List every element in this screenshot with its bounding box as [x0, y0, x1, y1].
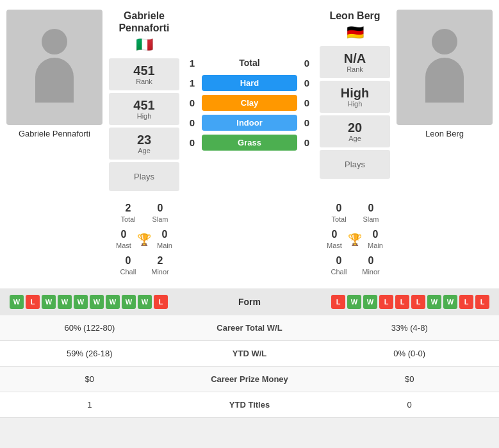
right-stats-container: Leon Berg 🇩🇪 N/A Rank High High 20 Age P…: [320, 10, 390, 194]
left-plays-box: Plays: [109, 162, 179, 191]
left-age-value: 23: [112, 133, 176, 147]
form-badge-left-w: W: [138, 295, 152, 309]
right-total-cell: 0 Total: [323, 203, 355, 224]
right-form-badges: LWWLLLWWLL: [331, 295, 489, 309]
left-total-val: 2: [126, 203, 131, 213]
stats-row-3: 1YTD Titles0: [0, 392, 499, 418]
left-avatar-silhouette: [29, 29, 80, 106]
left-slam-cell: 0 Slam: [144, 203, 176, 224]
left-form-badges: WLWWWWWWWL: [10, 295, 168, 309]
stats-right-1: 0% (0-0): [329, 349, 489, 358]
stats-label-3: YTD Titles: [170, 400, 330, 410]
right-total-lbl: Total: [331, 215, 346, 223]
left-mast-main-row: 0 Mast 🏆 0 Main: [112, 226, 176, 253]
stats-right-3: 0: [329, 400, 489, 410]
left-rank-box: 451 Rank: [109, 58, 179, 90]
total-right-score: 0: [297, 58, 316, 69]
grass-badge: Grass: [202, 135, 297, 151]
stats-row-1: 59% (26-18)YTD W/L0% (0-0): [0, 341, 499, 367]
right-mast-cell: 0 Mast: [323, 229, 346, 250]
main-container: Gabriele Pennaforti Gabriele Pennaforti …: [0, 0, 499, 418]
form-badge-right-l: L: [331, 295, 345, 309]
total-badge: Total: [202, 54, 297, 71]
right-avatar-box: [397, 10, 493, 125]
left-main-val: 0: [162, 229, 168, 240]
form-badge-right-l: L: [411, 295, 425, 309]
grass-right-score: 0: [297, 137, 316, 148]
left-rank-label: Rank: [112, 78, 176, 85]
indoor-badge: Indoor: [202, 115, 297, 131]
center-column: 1 Total 0 1 Hard 0 0 Clay 0 0 Indoor 0 0: [179, 10, 320, 194]
left-player-photo: Gabriele Pennaforti: [0, 10, 109, 194]
left-sil-body: [35, 58, 74, 103]
form-badge-right-w: W: [443, 295, 457, 309]
left-avatar-box: [6, 10, 102, 125]
right-sil-body: [425, 58, 464, 103]
left-age-label: Age: [112, 147, 176, 154]
form-badge-right-l: L: [475, 295, 489, 309]
right-high-value: High: [323, 86, 387, 100]
stats-label-2: Career Prize Money: [170, 374, 330, 384]
left-flag-icon: 🇮🇹: [136, 37, 153, 53]
center-detail-spacer: [179, 200, 320, 279]
left-chall-val: 0: [126, 255, 131, 266]
left-main-lbl: Main: [157, 242, 172, 249]
hard-row: 1 Hard 0: [183, 75, 316, 91]
right-minor-val: 0: [368, 255, 374, 266]
stats-left-2: $0: [10, 374, 170, 384]
right-sil-head: [432, 29, 457, 54]
right-mast-lbl: Mast: [327, 242, 342, 249]
right-chall-val: 0: [336, 255, 342, 266]
hard-badge: Hard: [202, 75, 297, 91]
grass-left-score: 0: [183, 137, 202, 148]
right-slam-lbl: Slam: [363, 215, 379, 223]
left-minor-cell: 2 Minor: [144, 255, 176, 276]
left-mast-lbl: Mast: [116, 242, 131, 249]
right-high-label: High: [323, 100, 387, 108]
right-slam-cell: 0 Slam: [355, 203, 387, 224]
left-minor-lbl: Minor: [151, 268, 169, 276]
right-chall-lbl: Chall: [331, 268, 347, 276]
left-minor-val: 2: [158, 255, 163, 266]
form-badge-right-w: W: [363, 295, 377, 309]
hard-left-score: 1: [183, 78, 202, 88]
form-badge-left-l: L: [154, 295, 168, 309]
left-chall-cell: 0 Chall: [112, 255, 144, 276]
stats-right-0: 33% (4-8): [329, 323, 489, 333]
indoor-left-score: 0: [183, 117, 202, 128]
left-detail-stats: 2 Total 0 Slam 0 Mast 🏆 0 Main: [109, 200, 179, 279]
left-mast-cell: 0 Mast: [112, 229, 135, 250]
form-badge-right-l: L: [379, 295, 393, 309]
form-label: Form: [238, 297, 261, 307]
left-total-cell: 2 Total: [112, 203, 144, 224]
form-badge-right-l: L: [459, 295, 473, 309]
total-row: 1 Total 0: [183, 54, 316, 71]
form-badge-left-w: W: [106, 295, 120, 309]
left-trophy-icon: 🏆: [135, 233, 153, 247]
right-high-box: High High: [320, 81, 390, 113]
stats-left-0: 60% (122-80): [10, 323, 170, 333]
right-total-slam-row: 0 Total 0 Slam: [323, 200, 387, 226]
left-high-label: High: [112, 112, 176, 120]
right-age-value: 20: [323, 120, 387, 135]
right-slam-val: 0: [368, 203, 374, 213]
stats-label-0: Career Total W/L: [170, 323, 330, 333]
form-badge-right-w: W: [347, 295, 361, 309]
hard-right-score: 0: [297, 78, 316, 88]
form-badge-right-w: W: [427, 295, 441, 309]
left-total-lbl: Total: [120, 215, 135, 223]
left-total-slam-row: 2 Total 0 Slam: [112, 200, 176, 226]
form-badge-right-l: L: [395, 295, 409, 309]
total-left-score: 1: [183, 58, 202, 69]
right-main-val: 0: [373, 229, 379, 240]
left-plays-label: Plays: [134, 172, 154, 181]
right-player-photo: Leon Berg: [390, 10, 499, 194]
stats-row-0: 60% (122-80)Career Total W/L33% (4-8): [0, 315, 499, 341]
clay-right-score: 0: [297, 97, 316, 108]
left-main-cell: 0 Main: [153, 229, 176, 250]
left-slam-val: 0: [158, 203, 163, 213]
right-player-name-label: Leon Berg: [425, 129, 464, 138]
right-trophy-icon: 🏆: [346, 233, 364, 247]
grass-row: 0 Grass 0: [183, 135, 316, 151]
form-badge-left-w: W: [10, 295, 24, 309]
